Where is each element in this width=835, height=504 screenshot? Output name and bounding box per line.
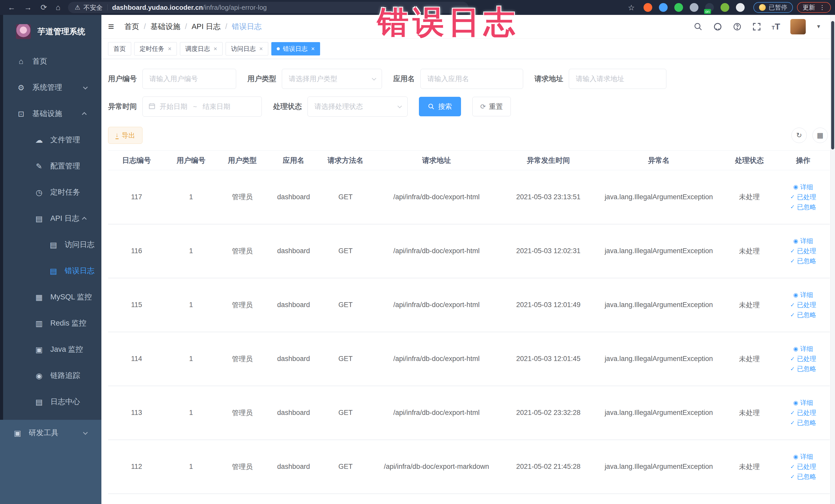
action-ignored[interactable]: ✓已忽略 [790, 472, 816, 481]
close-tab-icon[interactable]: × [311, 45, 315, 53]
fullscreen-icon[interactable] [752, 22, 761, 31]
not-secure-warning-icon: ⚠ [75, 4, 80, 11]
help-icon[interactable] [733, 22, 742, 31]
grid-extension-icon[interactable] [690, 3, 698, 12]
column-settings-button[interactable]: ▦ [812, 127, 828, 143]
date-range-picker[interactable]: 开始日期 ~ 结束日期 [142, 97, 262, 117]
breadcrumb-item[interactable]: API 日志 [191, 22, 221, 32]
action-detail[interactable]: ◉详细 [793, 345, 813, 353]
app-name-input[interactable] [421, 69, 523, 89]
chevron-down-icon[interactable]: ▼ [816, 24, 821, 29]
cell-exception: java.lang.IllegalArgumentException [595, 440, 722, 494]
sidebar-item-log-center[interactable]: ▤日志中心 [0, 389, 101, 415]
breadcrumb-separator: / [185, 22, 187, 31]
paused-badge[interactable]: 已暂停 [753, 2, 793, 13]
sidebar-item-mysql-monitor[interactable]: ▦MySQL 监控 [0, 284, 101, 310]
close-tab-icon[interactable]: × [259, 45, 263, 53]
sidebar-item-home[interactable]: ⌂首页 [0, 48, 101, 75]
action-processed[interactable]: ✓已处理 [790, 301, 816, 309]
refresh-table-button[interactable]: ↻ [791, 127, 807, 143]
switch-extension-icon[interactable]: on [705, 3, 714, 12]
sidebar-item-dev-tools[interactable]: ▣研发工具 [0, 420, 101, 446]
update-button[interactable]: 更新 ⋮ [797, 2, 831, 13]
breadcrumb-item[interactable]: 基础设施 [150, 22, 180, 32]
sidebar-item-file-management[interactable]: ☁文件管理 [0, 127, 101, 153]
tab-首页[interactable]: 首页 [108, 42, 131, 56]
sidebar-item-label: 错误日志 [65, 266, 95, 276]
bookmark-star-icon[interactable]: ☆ [628, 3, 635, 12]
action-processed[interactable]: ✓已处理 [790, 193, 816, 201]
export-button[interactable]: ↓ 导出 [108, 127, 142, 144]
sidebar-item-api-log[interactable]: ▤API 日志 [0, 205, 101, 231]
cell-url: /api/infra/db-doc/export-html [371, 224, 501, 278]
table-row: 1121管理员dashboardGET /api/infra/db-doc/ex… [108, 440, 830, 494]
back-icon[interactable]: ← [8, 0, 15, 15]
green-v-extension-icon[interactable] [674, 3, 683, 12]
browser-menu-icon[interactable]: ⋮ [819, 4, 825, 11]
shield-extension-icon[interactable] [659, 3, 668, 12]
sidebar-item-infrastructure[interactable]: ⊡基础设施 [0, 101, 101, 127]
action-ignored[interactable]: ✓已忽略 [790, 419, 816, 427]
forward-icon[interactable]: → [24, 0, 32, 15]
home-icon[interactable]: ⌂ [56, 0, 60, 15]
sidebar-item-access-log[interactable]: ▤访问日志 [0, 231, 101, 258]
sidebar-menu: ⌂首页⚙系统管理⊡基础设施☁文件管理✎配置管理◷定时任务▤API 日志▤访问日志… [0, 48, 101, 415]
cell-time: 2021-05-03 23:13:51 [502, 170, 595, 224]
chevron-down-icon [372, 76, 376, 80]
page-scrollbar[interactable] [830, 15, 835, 504]
leaf-extension-icon[interactable] [720, 3, 729, 12]
tab-错误日志[interactable]: 错误日志× [271, 42, 320, 56]
sidebar-item-system-management[interactable]: ⚙系统管理 [0, 75, 101, 101]
close-tab-icon[interactable]: × [213, 45, 217, 53]
action-detail[interactable]: ◉详细 [793, 399, 813, 407]
action-detail[interactable]: ◉详细 [793, 183, 813, 191]
reload-icon[interactable]: ⟳ [41, 0, 47, 15]
avatar[interactable] [790, 19, 806, 35]
tab-定时任务[interactable]: 定时任务× [134, 42, 177, 56]
process-status-label: 处理状态 [273, 102, 302, 112]
puzzle-extension-icon[interactable] [736, 3, 745, 12]
logo-row[interactable]: 芋道管理系统 [0, 15, 101, 48]
search-icon[interactable] [694, 22, 703, 31]
row-actions: ◉详细✓已处理✓已忽略 [776, 452, 830, 481]
sidebar-item-redis-monitor[interactable]: ▥Redis 监控 [0, 310, 101, 336]
sidebar-item-tracing[interactable]: ◉链路追踪 [0, 363, 101, 389]
action-ignored[interactable]: ✓已忽略 [790, 257, 816, 265]
process-status-select[interactable]: 请选择处理状态 [307, 97, 408, 117]
tab-调度日志[interactable]: 调度日志× [180, 42, 223, 56]
request-url-input[interactable] [569, 69, 666, 89]
action-ignored[interactable]: ✓已忽略 [790, 365, 816, 373]
action-ignored[interactable]: ✓已忽略 [790, 311, 816, 319]
sidebar-item-config-management[interactable]: ✎配置管理 [0, 153, 101, 179]
adblock-extension-icon[interactable] [644, 3, 652, 12]
sidebar-item-error-log[interactable]: ▤错误日志 [0, 258, 101, 284]
font-size-icon[interactable]: TT [772, 22, 780, 32]
user-type-select[interactable]: 请选择用户类型 [282, 69, 382, 89]
action-processed[interactable]: ✓已处理 [790, 247, 816, 255]
action-ignored[interactable]: ✓已忽略 [790, 203, 816, 211]
user-id-input[interactable] [142, 69, 236, 89]
github-icon[interactable] [713, 22, 722, 31]
breadcrumb-separator: / [225, 22, 227, 31]
security-label: 不安全 [83, 3, 103, 12]
action-processed[interactable]: ✓已处理 [790, 408, 816, 417]
collapse-sidebar-icon[interactable]: ≡ [108, 21, 114, 32]
cell-status: 未处理 [722, 440, 776, 494]
action-processed[interactable]: ✓已处理 [790, 355, 816, 363]
scrollbar-thumb[interactable] [831, 21, 834, 149]
search-button[interactable]: 搜索 [419, 97, 461, 116]
action-detail[interactable]: ◉详细 [793, 237, 813, 245]
breadcrumb-item[interactable]: 首页 [124, 22, 139, 32]
url-path: /infra/log/api-error-log [203, 4, 267, 12]
action-detail[interactable]: ◉详细 [793, 291, 813, 299]
close-tab-icon[interactable]: × [168, 45, 171, 53]
sidebar-item-scheduled-tasks[interactable]: ◷定时任务 [0, 179, 101, 205]
infrastructure-icon: ⊡ [16, 109, 26, 118]
eye-icon: ◉ [793, 292, 798, 298]
action-detail[interactable]: ◉详细 [793, 452, 813, 461]
content: 用户编号 用户类型 请选择用户类型 应用名 [101, 59, 835, 504]
action-processed[interactable]: ✓已处理 [790, 462, 816, 471]
reset-button[interactable]: ⟳ 重置 [472, 97, 511, 116]
tab-访问日志[interactable]: 访问日志× [226, 42, 268, 56]
sidebar-item-java-monitor[interactable]: ▣Java 监控 [0, 336, 101, 363]
